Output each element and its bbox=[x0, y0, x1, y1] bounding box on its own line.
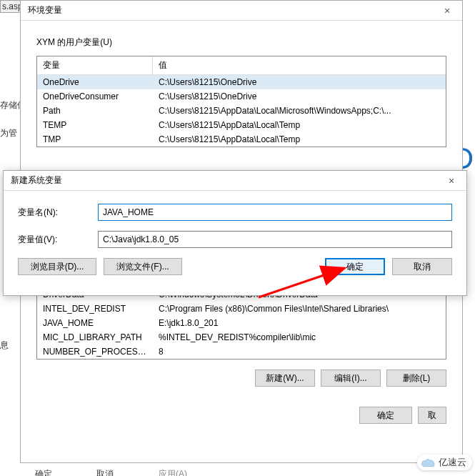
new-system-variable-dialog: 新建系统变量 × 变量名(N): 变量值(V): 浏览目录(D)... 浏览文件… bbox=[3, 170, 467, 296]
table-row[interactable]: Path C:\Users\81215\AppData\Local\Micros… bbox=[37, 104, 446, 118]
watermark-badge: 亿速云 bbox=[417, 455, 472, 470]
var-name-label: 变量名(N): bbox=[18, 207, 98, 219]
cell-var-value: 8 bbox=[153, 344, 446, 359]
close-icon[interactable]: × bbox=[441, 175, 462, 187]
env-titlebar: 环境变量 × bbox=[21, 1, 462, 21]
system-vars-table[interactable]: DriverData C:\Windows\System32\Drivers\D… bbox=[36, 287, 446, 360]
cell-var-name: TEMP bbox=[37, 118, 153, 132]
table-row[interactable]: OneDriveConsumer C:\Users\81215\OneDrive bbox=[37, 89, 446, 104]
cell-var-name: OneDrive bbox=[37, 75, 153, 89]
bg-apply-button-fragment: 应用(A) bbox=[159, 468, 187, 476]
ok-button[interactable]: 确定 bbox=[325, 258, 385, 275]
browse-file-button[interactable]: 浏览文件(F)... bbox=[104, 258, 182, 275]
cancel-button[interactable]: 取消 bbox=[392, 258, 452, 275]
env-cancel-button[interactable]: 取 bbox=[418, 407, 446, 424]
table-row[interactable]: MIC_LD_LIBRARY_PATH %INTEL_DEV_REDIST%co… bbox=[37, 330, 446, 344]
bg-tab-fragment: s.asp bbox=[0, 0, 21, 13]
table-row[interactable]: TEMP C:\Users\81215\AppData\Local\Temp bbox=[37, 118, 446, 132]
user-vars-table[interactable]: 变量 值 OneDrive C:\Users\81215\OneDrive On… bbox=[36, 56, 446, 147]
close-icon[interactable]: × bbox=[436, 5, 458, 16]
cloud-icon bbox=[420, 457, 436, 468]
new-var-titlebar: 新建系统变量 × bbox=[4, 171, 466, 191]
delete-sys-var-button[interactable]: 删除(L) bbox=[386, 370, 446, 387]
watermark-text: 亿速云 bbox=[439, 456, 466, 469]
user-vars-group-label: XYM 的用户变量(U) bbox=[36, 36, 446, 49]
col-header-value[interactable]: 值 bbox=[153, 56, 446, 74]
table-row[interactable]: TMP C:\Users\81215\AppData\Local\Temp bbox=[37, 132, 446, 147]
table-row[interactable]: OneDrive C:\Users\81215\OneDrive bbox=[37, 75, 446, 89]
table-row[interactable]: INTEL_DEV_REDIST C:\Program Files (x86)\… bbox=[37, 302, 446, 316]
var-value-label: 变量值(V): bbox=[18, 234, 98, 246]
table-header: 变量 值 bbox=[37, 56, 446, 75]
cell-var-name: TMP bbox=[37, 132, 153, 147]
cell-var-name: JAVA_HOME bbox=[37, 316, 153, 330]
cell-var-name: NUMBER_OF_PROCESSORS bbox=[37, 344, 153, 359]
var-name-input[interactable] bbox=[98, 204, 452, 221]
cell-var-name: Path bbox=[37, 104, 153, 118]
cell-var-value: %INTEL_DEV_REDIST%compiler\lib\mic bbox=[153, 330, 446, 344]
cell-var-value: C:\Users\81215\AppData\Local\Microsoft\W… bbox=[153, 104, 446, 118]
table-row[interactable]: NUMBER_OF_PROCESSORS 8 bbox=[37, 344, 446, 359]
col-header-name[interactable]: 变量 bbox=[37, 56, 153, 74]
cell-var-name: OneDriveConsumer bbox=[37, 89, 153, 104]
browse-directory-button[interactable]: 浏览目录(D)... bbox=[18, 258, 96, 275]
cell-var-name: MIC_LD_LIBRARY_PATH bbox=[37, 330, 153, 344]
cell-var-value: C:\Users\81215\OneDrive bbox=[153, 89, 446, 104]
bg-ok-button-fragment: 确定 bbox=[35, 468, 52, 476]
bg-text-fragment: 息 bbox=[0, 339, 9, 352]
cell-var-value: E:\jdk1.8.0_201 bbox=[153, 316, 446, 330]
var-value-input[interactable] bbox=[98, 231, 452, 248]
cell-var-value: C:\Users\81215\OneDrive bbox=[153, 75, 446, 89]
cell-var-value: C:\Program Files (x86)\Common Files\Inte… bbox=[153, 302, 446, 316]
env-window-title: 环境变量 bbox=[28, 4, 62, 16]
new-var-window-title: 新建系统变量 bbox=[11, 174, 62, 187]
new-sys-var-button[interactable]: 新建(W)... bbox=[255, 370, 315, 387]
env-ok-button[interactable]: 确定 bbox=[359, 407, 412, 424]
cell-var-value: C:\Users\81215\AppData\Local\Temp bbox=[153, 132, 446, 147]
edit-sys-var-button[interactable]: 编辑(I)... bbox=[321, 370, 381, 387]
cell-var-value: C:\Users\81215\AppData\Local\Temp bbox=[153, 118, 446, 132]
bg-text-fragment: 为管 bbox=[0, 127, 17, 139]
table-row[interactable]: JAVA_HOME E:\jdk1.8.0_201 bbox=[37, 316, 446, 330]
bg-cancel-button-fragment: 取消 bbox=[96, 468, 114, 476]
cell-var-name: INTEL_DEV_REDIST bbox=[37, 302, 153, 316]
